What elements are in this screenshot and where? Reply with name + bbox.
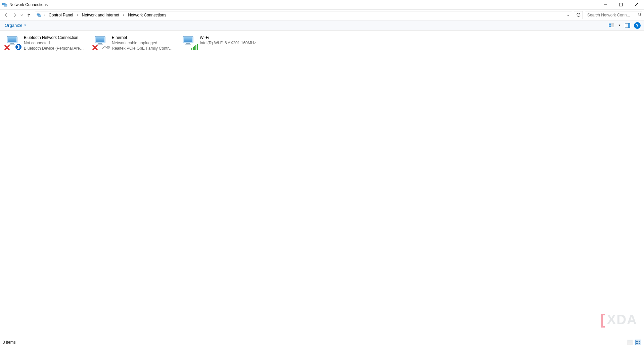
content-area[interactable]: Bluetooth Network Connection Not connect… — [0, 31, 644, 338]
window-title: Network Connections — [9, 2, 48, 7]
preview-pane-button[interactable] — [624, 22, 631, 29]
connection-icon — [181, 35, 197, 51]
breadcrumb-network-and-internet[interactable]: Network and Internet — [80, 11, 121, 19]
chevron-right-icon[interactable]: › — [42, 13, 47, 17]
chevron-right-icon[interactable]: › — [75, 13, 80, 17]
connection-device: Bluetooth Device (Personal Area ... — [24, 46, 86, 51]
network-connections-icon — [2, 2, 7, 7]
search-input[interactable] — [587, 13, 638, 17]
status-bar: 3 items — [0, 338, 644, 346]
disconnected-x-icon — [4, 45, 10, 52]
svg-rect-42 — [636, 343, 638, 344]
connection-name: Ethernet — [112, 35, 174, 40]
watermark-text: XDA — [607, 312, 637, 327]
svg-rect-19 — [8, 37, 16, 42]
connection-device: Realtek PCIe GbE Family Controller — [112, 46, 174, 51]
svg-rect-10 — [609, 23, 611, 25]
svg-rect-7 — [38, 15, 41, 16]
svg-rect-36 — [197, 44, 198, 50]
connection-name: Wi-Fi — [200, 35, 256, 40]
command-bar: Organize ▼ ▼ ? — [0, 20, 644, 31]
navigation-bar: › Control Panel › Network and Internet ›… — [0, 10, 644, 20]
organize-button[interactable]: Organize ▼ — [3, 22, 28, 29]
ethernet-plug-icon — [102, 45, 110, 52]
svg-rect-33 — [193, 47, 194, 50]
close-button[interactable] — [629, 0, 644, 9]
address-root-icon — [36, 13, 42, 17]
connection-item-ethernet[interactable]: Ethernet Network cable unplugged Realtek… — [91, 33, 175, 53]
svg-rect-43 — [639, 343, 640, 344]
watermark-bracket-icon: [ — [600, 311, 606, 328]
command-bar-right: ▼ ? — [608, 22, 641, 29]
up-button[interactable] — [25, 11, 33, 19]
connection-item-bluetooth[interactable]: Bluetooth Network Connection Not connect… — [3, 33, 87, 53]
status-bar-view-switch — [627, 340, 641, 345]
connection-name: Bluetooth Network Connection — [24, 35, 86, 40]
wifi-signal-icon — [191, 44, 198, 52]
status-item-count: 3 items — [3, 340, 16, 345]
connection-device: Intel(R) Wi-Fi 6 AX201 160MHz — [200, 40, 256, 46]
svg-rect-25 — [98, 43, 102, 44]
svg-rect-1 — [4, 4, 7, 6]
connection-status: Not connected — [24, 40, 86, 46]
svg-rect-34 — [194, 46, 195, 50]
caret-down-icon: ▼ — [24, 24, 27, 27]
search-icon — [638, 12, 642, 17]
connection-text: Wi-Fi Intel(R) Wi-Fi 6 AX201 160MHz — [200, 35, 256, 51]
svg-rect-20 — [10, 43, 14, 44]
svg-rect-27 — [107, 46, 109, 48]
help-icon: ? — [636, 23, 638, 28]
back-button[interactable] — [2, 11, 10, 19]
titlebar-left: Network Connections — [2, 2, 48, 7]
svg-rect-11 — [609, 26, 611, 27]
bluetooth-icon — [15, 44, 22, 52]
titlebar: Network Connections — [0, 0, 644, 10]
svg-rect-35 — [195, 45, 196, 50]
help-button[interactable]: ? — [634, 22, 641, 29]
breadcrumb-network-connections[interactable]: Network Connections — [126, 11, 168, 19]
connection-status: Network cable unplugged — [112, 40, 174, 46]
svg-rect-24 — [96, 37, 104, 42]
svg-rect-3 — [619, 3, 623, 6]
view-options-button[interactable] — [608, 22, 615, 29]
address-history-dropdown[interactable]: ⌄ — [565, 13, 571, 17]
refresh-button[interactable] — [574, 11, 583, 19]
connection-icon — [5, 35, 21, 51]
svg-line-9 — [640, 15, 641, 16]
svg-point-8 — [638, 13, 641, 15]
view-options-dropdown[interactable]: ▼ — [618, 24, 621, 27]
svg-rect-21 — [9, 44, 15, 45]
organize-label: Organize — [5, 23, 22, 28]
address-bar[interactable]: › Control Panel › Network and Internet ›… — [35, 11, 572, 19]
connection-item-wifi[interactable]: Wi-Fi Intel(R) Wi-Fi 6 AX201 160MHz — [179, 33, 263, 53]
window-controls — [598, 0, 644, 9]
svg-rect-17 — [628, 23, 630, 28]
svg-rect-41 — [639, 341, 640, 342]
chevron-right-icon[interactable]: › — [121, 13, 126, 17]
icons-view-button[interactable] — [635, 340, 641, 345]
maximize-button[interactable] — [613, 0, 629, 9]
svg-rect-32 — [191, 48, 192, 50]
forward-button[interactable] — [11, 11, 19, 19]
svg-rect-31 — [185, 44, 191, 45]
minimize-button[interactable] — [598, 0, 613, 9]
svg-rect-30 — [186, 43, 190, 44]
connection-icon — [93, 35, 109, 51]
svg-rect-40 — [636, 341, 638, 342]
svg-rect-29 — [184, 37, 192, 42]
connection-text: Ethernet Network cable unplugged Realtek… — [112, 35, 174, 51]
recent-locations-button[interactable] — [19, 11, 24, 19]
watermark: [ XDA — [600, 311, 637, 328]
connection-text: Bluetooth Network Connection Not connect… — [24, 35, 86, 51]
search-box[interactable] — [585, 11, 642, 19]
breadcrumb-control-panel[interactable]: Control Panel — [47, 11, 75, 19]
details-view-button[interactable] — [627, 340, 633, 345]
connections-list: Bluetooth Network Connection Not connect… — [3, 33, 641, 53]
disconnected-x-icon — [92, 45, 98, 52]
